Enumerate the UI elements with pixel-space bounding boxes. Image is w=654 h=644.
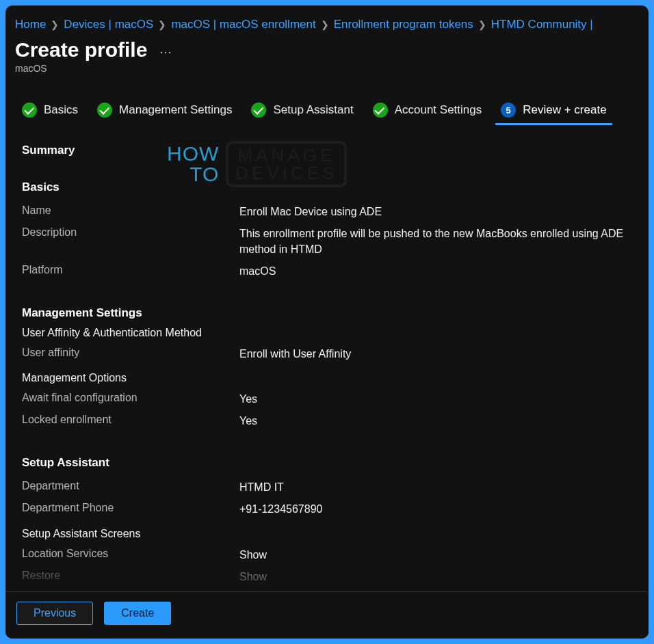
step-management-settings[interactable]: Management Settings (88, 96, 241, 124)
summary-heading: Summary (22, 144, 632, 157)
step-label: Account Settings (395, 103, 482, 117)
breadcrumb: Home ❯ Devices | macOS ❯ macOS | macOS e… (5, 15, 649, 38)
breadcrumb-link-enrollment[interactable]: macOS | macOS enrollment (171, 18, 315, 31)
label-department: Department (22, 480, 239, 495)
previous-button[interactable]: Previous (16, 602, 93, 625)
breadcrumb-link-home[interactable]: Home (15, 18, 46, 31)
label-locked-enrollment: Locked enrollment (22, 414, 239, 429)
step-review-create[interactable]: 5 Review + create (491, 96, 616, 124)
label-department-phone: Department Phone (22, 502, 239, 517)
value-platform: macOS (239, 264, 632, 279)
label-user-affinity: User affinity (22, 347, 239, 362)
breadcrumb-link-token-name[interactable]: HTMD Community | (491, 18, 593, 31)
section-heading-setup: Setup Assistant (22, 456, 632, 470)
page-subtitle: macOS (5, 62, 649, 89)
step-label: Review + create (523, 103, 606, 117)
value-name: Enroll Mac Device using ADE (239, 204, 632, 219)
sub-heading-options: Management Options (22, 372, 632, 384)
step-label: Setup Assistant (273, 103, 353, 117)
label-location-services: Location Services (22, 548, 239, 563)
step-label: Management Settings (119, 103, 232, 117)
check-icon (251, 103, 266, 118)
check-icon (22, 103, 37, 118)
value-locked-enrollment: Yes (239, 414, 632, 429)
step-setup-assistant[interactable]: Setup Assistant (241, 96, 363, 124)
breadcrumb-link-tokens[interactable]: Enrollment program tokens (334, 18, 473, 31)
step-account-settings[interactable]: Account Settings (363, 96, 492, 124)
check-icon (97, 103, 112, 118)
create-button[interactable]: Create (104, 602, 171, 625)
value-department: HTMD IT (239, 480, 632, 495)
check-icon (373, 103, 388, 118)
section-heading-basics: Basics (22, 180, 632, 194)
section-heading-management: Management Settings (22, 306, 632, 320)
label-restore: Restore (22, 569, 239, 585)
sub-heading-affinity: User Affinity & Authentication Method (22, 327, 632, 339)
value-department-phone: +91-1234567890 (239, 502, 632, 517)
summary-content: Summary Basics Name Enroll Mac Device us… (5, 124, 649, 591)
breadcrumb-link-devices[interactable]: Devices | macOS (64, 18, 153, 31)
step-basics[interactable]: Basics (12, 96, 88, 124)
label-name: Name (22, 204, 239, 219)
value-restore: Show (239, 569, 632, 585)
label-platform: Platform (22, 264, 239, 279)
chevron-right-icon: ❯ (478, 19, 487, 30)
value-location-services: Show (239, 548, 632, 563)
page-title: Create profile (15, 38, 147, 62)
value-await-config: Yes (239, 392, 632, 407)
sub-heading-screens: Setup Assistant Screens (22, 528, 632, 540)
wizard-steps: Basics Management Settings Setup Assista… (5, 89, 649, 124)
value-description: This enrollment profile will be pushed t… (239, 226, 632, 257)
value-user-affinity: Enroll with User Affinity (239, 347, 632, 362)
more-actions-icon[interactable]: ⋯ (159, 40, 172, 59)
label-description: Description (22, 226, 239, 257)
label-await-config: Await final configuration (22, 392, 239, 407)
step-number-badge: 5 (501, 103, 516, 118)
chevron-right-icon: ❯ (50, 19, 60, 30)
chevron-right-icon: ❯ (320, 19, 330, 30)
step-label: Basics (44, 103, 78, 117)
footer-bar: Previous Create (5, 591, 649, 639)
chevron-right-icon: ❯ (157, 19, 167, 30)
